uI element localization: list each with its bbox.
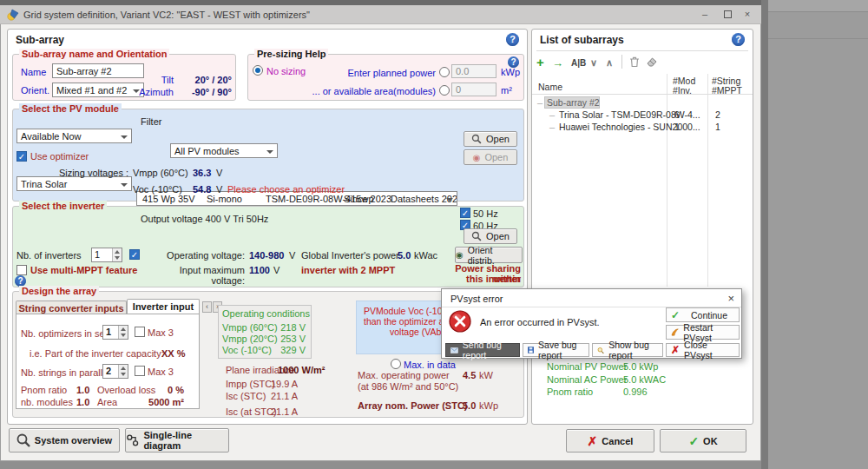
open-inverter-button[interactable]: Open [464,228,517,244]
plane-irradiance-value: 1000 W/m² [278,365,325,375]
open-optimizer-button[interactable]: ◉ Open [464,149,517,165]
max3-strings-checkbox[interactable] [135,366,145,376]
nb-strings-label: Nb. strings in parall. [21,367,105,378]
divider [532,94,753,95]
close-icon[interactable]: × [740,8,755,22]
orient-distrib-button[interactable]: ◉ Orient distrib. [455,247,523,263]
pvsyst-error-dialog: PVsyst error × An error occurred in PVsy… [441,288,742,359]
help-icon[interactable] [732,33,745,46]
module-power: 415 Wp 35V [142,194,195,204]
save-bug-report-button[interactable]: Save bug report [523,343,589,357]
isc-label: Isc (STC) [226,391,266,401]
chevron-down-icon [121,135,128,139]
nominal-pv-power-value: 5.0 kWp [623,361,658,372]
app-icon [7,9,19,21]
stepper-arrows[interactable] [112,248,122,261]
sizing-voltages-label: Sizing voltages : [52,168,128,178]
minimize-icon[interactable]: – [697,8,713,22]
nominal-ac-power-value: 5.0 kWAC [623,374,666,385]
tab-scroll-left-icon[interactable]: ‹ [202,301,212,313]
close-icon[interactable]: × [727,292,734,305]
maximize-icon[interactable] [720,8,735,22]
operating-conditions-title: Operating conditions [222,308,310,319]
restart-pvsyst-button[interactable]: Restart PVsyst [666,325,740,340]
tab-inverter-input[interactable]: Inverter input [127,299,200,314]
name-orientation-legend: Sub-array name and Orientation [19,49,169,59]
single-line-diagram-button[interactable]: Single-line diagram [125,428,229,452]
nb-modules-label: nb. modules [21,397,73,407]
stepper-arrows[interactable] [118,326,128,339]
duplicate-subarray-icon[interactable]: → [552,56,563,69]
rename-subarray-icon[interactable]: A|B [571,58,586,68]
pnom-ratio-summary-label: Pnom ratio [547,386,593,397]
nb-strings-stepper[interactable]: 2 [102,364,128,379]
use-optimizer-checkbox[interactable] [16,151,27,162]
stepper-arrows[interactable] [118,365,128,378]
auto-inverters-checkbox[interactable] [129,249,140,260]
open-module-button[interactable]: Open [464,131,517,147]
isc-value: 21.1 A [271,391,298,401]
nb-modules-value: 1.0 [76,397,89,407]
array-nom-power-unit: kWp [479,400,498,411]
check-icon: ✓ [688,434,699,448]
max3-optimizers-label: Max 3 [148,327,174,338]
planned-power-radio[interactable] [439,67,450,77]
operating-voltage-value: 140-980 [249,250,284,261]
voc-label: Voc (-10°C) [133,184,182,195]
no-sizing-radio[interactable] [253,65,263,76]
pnom-ratio-summary-value: 0.996 [623,386,648,397]
inverter-row-mod: 1 [674,122,680,132]
pnom-ratio-value: 1.0 [76,385,89,395]
continue-button[interactable]: ✓ Continue [666,307,740,322]
area-label: Area [97,397,117,407]
chevron-down-icon [446,198,453,201]
array-nom-power-label: Array nom. Power (STC) [358,400,468,411]
planned-power-input[interactable]: 0.0 [451,64,496,78]
operating-voltage-unit: V [289,250,295,261]
available-area-input[interactable]: 0 [451,83,496,96]
multi-mppt-checkbox[interactable] [16,265,27,275]
voc-value: 54.8 [193,184,211,195]
array-nom-power-value: 5.0 [463,400,476,411]
restart-icon [671,327,679,337]
ok-button[interactable]: ✓ OK [660,429,746,452]
pv-filter-select[interactable]: All PV modules [170,143,278,158]
tab-string-converter-inputs[interactable]: String converter inputs [16,301,127,314]
show-bug-report-button[interactable]: Show bug report [592,343,663,357]
vmpp-label: Vmpp (60°C) [133,168,188,178]
nominal-ac-power-label: Nominal AC Power [547,374,627,385]
delete-icon[interactable] [628,56,641,68]
impp-label: Impp (STC) [226,379,275,389]
pv-manufacturer-select[interactable]: Trina Solar [16,176,132,191]
nb-optimizers-stepper[interactable]: 1 [102,325,128,340]
freq-50hz-checkbox[interactable] [460,208,470,218]
move-down-icon[interactable]: ∨ [590,57,597,69]
magnifier-icon [16,433,30,447]
help-icon[interactable] [508,56,519,68]
max3-optimizers-checkbox[interactable] [135,327,145,337]
tilt-value: 20° / 20° [171,75,232,85]
multi-mppt-label: Use multi-MPPT feature [30,265,137,275]
cancel-button[interactable]: ✗ Cancel [566,429,654,452]
module-since: Since 2023 [344,194,391,204]
column-header-name[interactable]: Name [538,82,562,92]
send-bug-report-button[interactable]: Send bug report [445,343,520,357]
nominal-pv-power-label: Nominal PV Power [547,361,627,372]
help-icon[interactable] [506,33,519,46]
max-in-data-radio[interactable] [391,359,401,369]
nb-inverters-stepper[interactable]: 1 [91,248,122,262]
overload-loss-value: 0 % [156,385,184,395]
subarray-row-label[interactable]: Sub-array #2 [547,97,600,108]
move-up-icon[interactable]: ∧ [606,57,613,69]
pv-availability-select[interactable]: Available Now [16,129,132,143]
vmpp-unit: V [216,168,222,178]
divider [621,55,622,69]
oc-voc-value: 329 V [262,345,306,355]
module-row-string: 2 [715,109,720,120]
available-area-radio[interactable] [439,85,450,96]
close-pvsyst-button[interactable]: ✗ Close PVsyst [666,343,740,357]
clear-icon[interactable] [646,56,658,68]
system-overview-button[interactable]: System overview [9,428,120,452]
add-subarray-icon[interactable]: + [536,55,544,69]
magnifier-icon [597,346,604,355]
